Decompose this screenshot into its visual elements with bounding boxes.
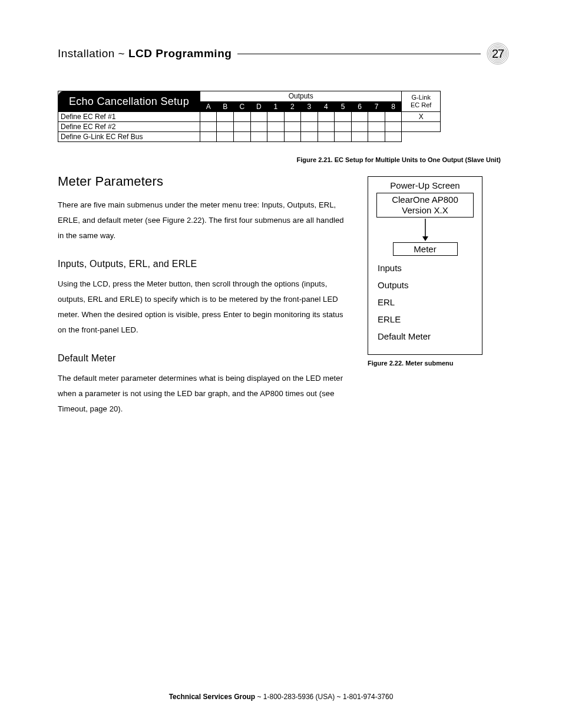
ec-cell — [335, 112, 352, 122]
ec-cell — [217, 112, 234, 122]
ec-cell — [217, 122, 234, 132]
ec-cell — [267, 112, 285, 122]
page-footer: Technical Services Group ~ 1-800-283-593… — [0, 693, 562, 701]
ec-column-header: 3 — [301, 101, 318, 112]
meter-submenu-figure: Power-Up Screen ClearOne AP800 Version X… — [368, 176, 482, 355]
heading-inputs-outputs: Inputs, Outputs, ERL, and ERLE — [58, 259, 351, 269]
meter-figure-meter-box: Meter — [393, 242, 458, 256]
meter-figure-item: Inputs — [378, 263, 474, 273]
ec-row-label: Define EC Ref #1 — [58, 112, 200, 122]
ec-cell — [200, 132, 217, 142]
ec-cell — [284, 122, 301, 132]
ec-cell — [234, 122, 251, 132]
para-meter-parameters: There are five main submenus under the m… — [58, 197, 351, 243]
meter-figure-title: Power-Up Screen — [376, 180, 474, 190]
heading-default-meter: Default Meter — [58, 353, 351, 364]
ec-cell — [385, 132, 402, 142]
ec-cell — [217, 132, 234, 142]
ec-cell — [301, 122, 318, 132]
ec-cell — [318, 112, 335, 122]
ec-cell — [234, 112, 251, 122]
ec-cell — [385, 112, 402, 122]
ec-column-header: 2 — [284, 101, 301, 112]
ec-cell — [301, 132, 318, 142]
footer-group: Technical Services Group — [169, 693, 256, 701]
ec-cell — [335, 122, 352, 132]
page-header: Installation ~ LCD Programming 27 — [58, 42, 509, 65]
ec-column-header: B — [217, 101, 234, 112]
breadcrumb-section: Installation ~ — [58, 47, 128, 60]
ec-cell — [368, 112, 385, 122]
ec-table-title: Echo Cancellation Setup — [58, 91, 200, 112]
ec-row-label: Define G-Link EC Ref Bus — [58, 132, 200, 142]
ec-glink-cell — [402, 122, 441, 132]
ec-cell — [385, 122, 402, 132]
ec-cell — [318, 122, 335, 132]
footer-phones: ~ 1-800-283-5936 (USA) ~ 1-801-974-3760 — [255, 693, 393, 701]
ec-column-header: D — [250, 101, 267, 112]
ec-cell — [351, 122, 368, 132]
meter-figure-device-box: ClearOne AP800 Version X.X — [376, 193, 474, 218]
arrow-down-icon — [376, 218, 474, 242]
para-inputs-outputs: Using the LCD, press the Meter button, t… — [58, 276, 351, 338]
svg-marker-7 — [422, 236, 428, 241]
ec-column-header: C — [234, 101, 251, 112]
ec-glink-cell: X — [402, 112, 441, 122]
meter-figure-item: Outputs — [378, 280, 474, 290]
ec-cell — [318, 132, 335, 142]
meter-figure-items: InputsOutputsERLERLEDefault Meter — [378, 263, 474, 341]
ec-cell — [335, 132, 352, 142]
meter-figure-item: ERL — [378, 297, 474, 307]
ec-cell — [200, 112, 217, 122]
ec-cell — [267, 122, 285, 132]
ec-row-label: Define EC Ref #2 — [58, 122, 200, 132]
heading-meter-parameters: Meter Parameters — [58, 174, 351, 189]
page-number-badge: 27 — [487, 42, 509, 65]
ec-cell — [351, 132, 368, 142]
ec-cell — [250, 122, 267, 132]
header-divider — [237, 54, 481, 54]
ec-column-header: 5 — [335, 101, 352, 112]
ec-glink-empty — [402, 132, 441, 142]
meter-figure-item: ERLE — [378, 314, 474, 324]
ec-column-header: 1 — [267, 101, 285, 112]
para-default-meter: The default meter parameter determines w… — [58, 371, 351, 417]
ec-figure-caption: Figure 2.21. EC Setup for Multiple Units… — [58, 156, 501, 163]
ec-cell — [368, 132, 385, 142]
ec-column-header: 8 — [385, 101, 402, 112]
ec-cell — [267, 132, 285, 142]
ec-cell — [234, 132, 251, 142]
ec-cell — [368, 122, 385, 132]
ec-cell — [284, 112, 301, 122]
ec-cell — [200, 122, 217, 132]
meter-figure-item: Default Meter — [378, 331, 474, 341]
breadcrumb-page: LCD Programming — [128, 47, 232, 60]
breadcrumb: Installation ~ LCD Programming — [58, 47, 237, 60]
ec-setup-table: Echo Cancellation Setup Outputs G-Link E… — [58, 91, 441, 142]
ec-outputs-header: Outputs — [200, 91, 401, 102]
ec-cell — [301, 112, 318, 122]
ec-column-header: 7 — [368, 101, 385, 112]
ec-cell — [250, 132, 267, 142]
ec-cell — [351, 112, 368, 122]
ec-glink-header: G-Link EC Ref — [402, 91, 441, 112]
meter-figure-caption: Figure 2.22. Meter submenu — [368, 360, 500, 367]
ec-column-header: A — [200, 101, 217, 112]
ec-cell — [250, 112, 267, 122]
ec-column-header: 4 — [318, 101, 335, 112]
ec-column-header: 6 — [351, 101, 368, 112]
ec-cell — [284, 132, 301, 142]
page-number: 27 — [492, 47, 504, 61]
